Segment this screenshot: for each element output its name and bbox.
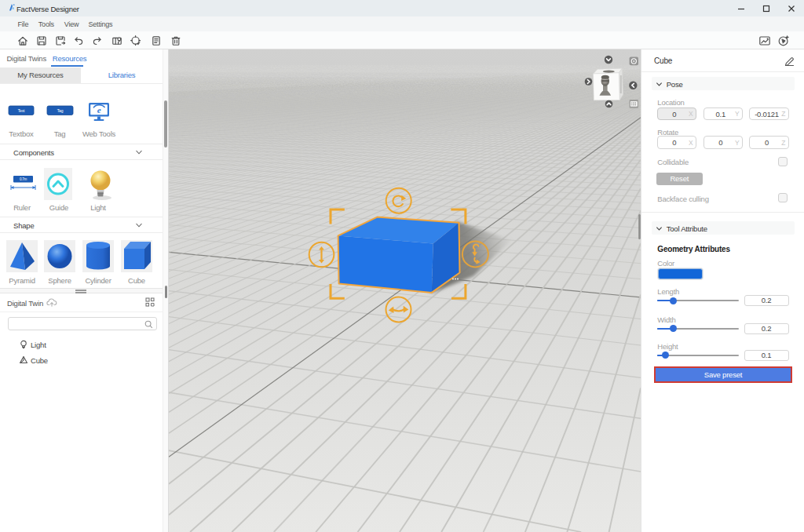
svg-text:0.7m: 0.7m bbox=[20, 177, 27, 181]
svg-text:e: e bbox=[97, 105, 101, 115]
svg-text:Tag: Tag bbox=[57, 108, 64, 113]
svg-text:Text: Text bbox=[18, 108, 25, 113]
